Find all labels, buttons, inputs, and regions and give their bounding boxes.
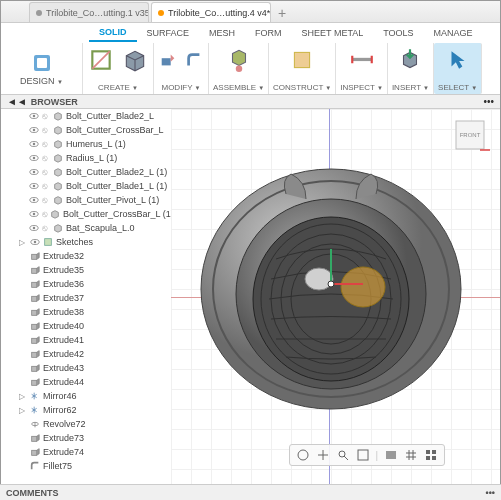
link-icon: ⎋ [42,153,50,163]
sketches-folder[interactable]: ▷Sketches [1,235,171,249]
pan-icon[interactable] [316,448,330,462]
feature-item[interactable]: Extrude37 [1,291,171,305]
feature-item[interactable]: Extrude44 [1,375,171,389]
inspect-icon[interactable] [348,46,376,74]
feature-label: Extrude73 [43,433,84,443]
feature-item[interactable]: Extrude36 [1,277,171,291]
document-tabbar: Trilobite_Co…utting.1 v35 × Trilobite_Co… [1,1,500,23]
presspull-icon[interactable] [158,50,178,70]
feature-item[interactable]: Extrude40 [1,319,171,333]
inspect-label[interactable]: INSPECT▼ [340,83,383,92]
feature-item[interactable]: Extrude41 [1,333,171,347]
document-tab-active[interactable]: Trilobite_Co…utting.4 v4* × [151,2,271,22]
sketch-icon[interactable] [87,46,115,74]
feature-label: Extrude35 [43,265,84,275]
feature-label: Mirror62 [43,405,77,415]
body-item[interactable]: ⎋Bolt_Cutter_CrossBar_L [1,123,171,137]
fillet-icon[interactable] [184,50,204,70]
create-label[interactable]: CREATE▼ [98,83,138,92]
feature-item[interactable]: Extrude74 [1,445,171,459]
tab-mesh[interactable]: MESH [199,25,245,41]
tab-surface[interactable]: SURFACE [137,25,200,41]
new-tab-button[interactable]: + [273,4,291,22]
fit-icon[interactable] [356,448,370,462]
svg-rect-29 [32,268,37,273]
group-construct: CONSTRUCT▼ [269,43,336,94]
feature-label: Extrude36 [43,279,84,289]
feature-item[interactable]: Extrude42 [1,347,171,361]
feature-item[interactable]: Extrude32 [1,249,171,263]
browser-title: BROWSER [31,97,78,107]
svg-rect-32 [32,310,37,315]
ribbon: DESIGN ▼ CREATE▼ MODIFY▼ ASSEMBLE▼ CONST… [1,43,500,95]
insert-label[interactable]: INSERT▼ [392,83,429,92]
svg-point-20 [33,199,36,202]
options-icon[interactable]: ••• [483,96,494,107]
grid-icon[interactable] [404,448,418,462]
tab-manage[interactable]: MANAGE [424,25,483,41]
tab-tools[interactable]: TOOLS [373,25,423,41]
svg-point-4 [235,65,242,72]
body-item[interactable]: ⎋Bolt_Cutter_Pivot_L (1) [1,193,171,207]
group-create: CREATE▼ [83,43,154,94]
feature-item[interactable]: ▷Mirror46 [1,389,171,403]
feature-item[interactable]: Fillet75 [1,459,171,473]
svg-point-44 [253,217,409,381]
tab-form[interactable]: FORM [245,25,292,41]
assemble-icon[interactable] [225,46,253,74]
svg-rect-37 [32,380,37,385]
feature-label: Extrude44 [43,377,84,387]
svg-rect-64 [432,456,436,460]
feature-label: Extrude41 [43,335,84,345]
insert-icon[interactable] [396,46,424,74]
body-item[interactable]: ⎋Bolt_Cutter_Blade2_L (1) [1,165,171,179]
feature-item[interactable]: Extrude38 [1,305,171,319]
construct-icon[interactable] [288,46,316,74]
collapse-icon[interactable]: ◄◄ [7,96,27,107]
link-icon: ⎋ [42,209,47,219]
viewports-icon[interactable] [424,448,438,462]
options-icon[interactable]: ••• [486,488,495,498]
group-inspect: INSPECT▼ [336,43,388,94]
feature-item[interactable]: Revolve72 [1,417,171,431]
svg-point-56 [298,450,308,460]
link-icon: ⎋ [42,195,50,205]
svg-point-10 [33,129,36,132]
svg-rect-39 [32,436,37,441]
comments-bar[interactable]: COMMENTS ••• [0,484,501,500]
construct-label[interactable]: CONSTRUCT▼ [273,83,331,92]
body-item[interactable]: ⎋Bolt_Cutter_Blade1_L (1) [1,179,171,193]
body-item[interactable]: ⎋Bolt_Cutter_CrossBar_L (1) [1,207,171,221]
body-item[interactable]: ⎋Bolt_Cutter_Blade2_L [1,109,171,123]
assemble-label[interactable]: ASSEMBLE▼ [213,83,264,92]
box-icon[interactable] [121,46,149,74]
svg-rect-31 [32,296,37,301]
select-icon[interactable] [444,46,472,74]
body-item[interactable]: ⎋Radius_L (1) [1,151,171,165]
zoom-icon[interactable] [336,448,350,462]
body-label: Bolt_Cutter_Blade1_L (1) [66,181,167,191]
orbit-icon[interactable] [296,448,310,462]
feature-item[interactable]: Extrude43 [1,361,171,375]
body-item[interactable]: ⎋Bat_Scapula_L.0 [1,221,171,235]
feature-item[interactable]: Extrude73 [1,431,171,445]
workspace-switcher[interactable]: DESIGN ▼ [1,43,83,94]
browser-header[interactable]: ◄◄ BROWSER ••• [1,95,500,109]
link-icon: ⎋ [42,125,50,135]
feature-item[interactable]: ▷Mirror62 [1,403,171,417]
select-label[interactable]: SELECT▼ [438,83,477,92]
feature-item[interactable]: Extrude35 [1,263,171,277]
tab-sheetmetal[interactable]: SHEET METAL [292,25,374,41]
body-label: Bolt_Cutter_Blade2_L (1) [66,167,167,177]
tab-solid[interactable]: SOLID [89,24,137,42]
body-label: Bolt_Cutter_CrossBar_L [66,125,164,135]
comments-label: COMMENTS [6,488,59,498]
modify-label[interactable]: MODIFY▼ [161,83,200,92]
body-item[interactable]: ⎋Humerus_L (1) [1,137,171,151]
viewcube[interactable]: FRONT [450,115,490,155]
document-tab[interactable]: Trilobite_Co…utting.1 v35 × [29,2,149,22]
display-icon[interactable] [384,448,398,462]
feature-label: Fillet75 [43,461,72,471]
link-icon: ⎋ [42,181,50,191]
viewport[interactable]: FRONT | [171,109,500,484]
